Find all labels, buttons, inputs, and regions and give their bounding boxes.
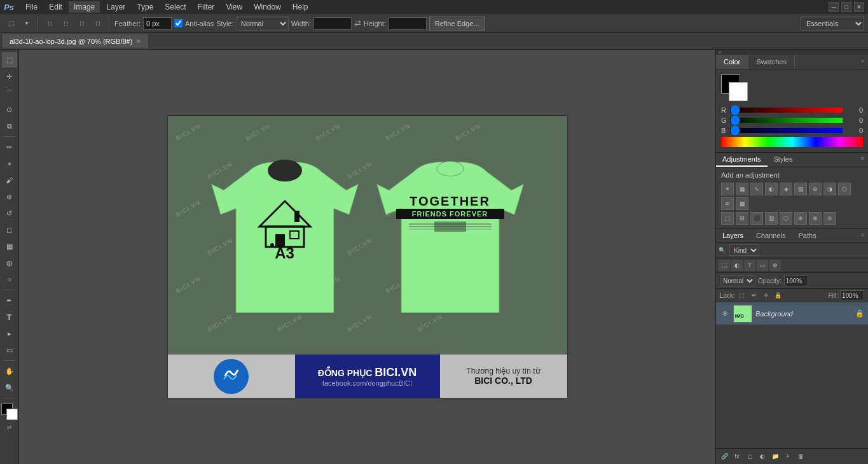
kind-select[interactable]: Kind <box>729 244 759 256</box>
close-btn[interactable]: ✕ <box>854 2 864 12</box>
workspace-select[interactable]: Essentials Design Photography <box>801 17 864 31</box>
channels-tab[interactable]: Channels <box>750 229 792 242</box>
adj-vibrance[interactable]: ◈ <box>780 183 792 195</box>
document-tab[interactable]: al3d-10-ao-lop-3d.jpg @ 70% (RGB/8#) ✕ <box>3 34 148 48</box>
adj-gradient-map[interactable]: ▥ <box>765 212 778 225</box>
menu-view[interactable]: View <box>221 1 247 13</box>
adj-selective-color[interactable]: ⬡ <box>780 212 792 225</box>
eyedropper-tool[interactable]: ✏ <box>2 139 17 155</box>
tool-mode-4[interactable]: □ <box>91 17 105 31</box>
tool-mode-2[interactable]: □ <box>59 17 73 31</box>
tool-mode-3[interactable]: □ <box>75 17 89 31</box>
adj-levels[interactable]: ▦ <box>736 183 748 195</box>
adj-invert[interactable]: ⬚ <box>721 212 734 225</box>
paths-tab[interactable]: Paths <box>792 229 823 242</box>
adj-hsl[interactable]: ▨ <box>794 183 807 195</box>
menu-file[interactable]: File <box>20 1 43 13</box>
adj-color-balance[interactable]: ⊖ <box>809 183 822 195</box>
layer-row-background[interactable]: 👁 IMG Background 🔒 <box>716 302 868 325</box>
menu-filter[interactable]: Filter <box>193 1 220 13</box>
switch-colors[interactable]: ⇄ <box>7 424 12 430</box>
layer-link-btn[interactable]: 🔗 <box>719 451 730 462</box>
crop-tool[interactable]: ⧉ <box>2 118 17 134</box>
eraser-tool[interactable]: ◻ <box>2 222 17 237</box>
fill-input[interactable] <box>840 290 864 300</box>
move-tool[interactable]: ✛ <box>2 69 17 84</box>
adj-extra2[interactable]: ⊗ <box>809 212 822 225</box>
opacity-input[interactable] <box>784 275 808 286</box>
layer-group-btn[interactable]: 📁 <box>769 451 781 462</box>
adj-posterize[interactable]: ⊟ <box>736 212 748 225</box>
g-slider[interactable] <box>730 118 843 123</box>
tab-close-btn[interactable]: ✕ <box>136 38 141 45</box>
refine-edge-btn[interactable]: Refine Edge... <box>429 17 485 31</box>
text-tool[interactable]: T <box>2 309 17 325</box>
style-select[interactable]: Normal Fixed Ratio Fixed Size <box>237 17 289 31</box>
background-color[interactable] <box>6 409 18 420</box>
menu-layer[interactable]: Layer <box>101 1 130 13</box>
quick-select-tool[interactable]: ⊙ <box>2 102 17 117</box>
marquee-tool[interactable]: ⬚ <box>2 52 17 67</box>
feather-input[interactable] <box>143 17 172 30</box>
marquee-option-btn[interactable]: ▼ <box>20 17 34 31</box>
gradient-tool[interactable]: ▦ <box>2 239 17 254</box>
adjustments-tab[interactable]: Adjustments <box>716 153 768 167</box>
lock-transparent[interactable]: ⬚ <box>737 290 747 300</box>
layer-new-btn[interactable]: + <box>782 451 794 462</box>
brush-tool[interactable]: 🖌 <box>2 172 17 188</box>
filter-adjustment[interactable]: ◐ <box>731 260 743 271</box>
clone-tool[interactable]: ⊕ <box>2 189 17 204</box>
lock-pixels[interactable]: ✏ <box>749 290 759 300</box>
color-panel-collapse[interactable]: ≡ <box>857 55 868 69</box>
menu-image[interactable]: Image <box>69 1 100 13</box>
filter-type[interactable]: T <box>744 260 755 271</box>
shape-tool[interactable]: ▭ <box>2 342 17 358</box>
antialias-checkbox[interactable] <box>174 19 183 27</box>
adj-threshold[interactable]: ⬛ <box>750 212 763 225</box>
layer-visibility-eye[interactable]: 👁 <box>720 309 730 319</box>
zoom-tool[interactable]: 🔍 <box>2 380 17 395</box>
height-input[interactable] <box>389 17 427 30</box>
minimize-btn[interactable]: ─ <box>829 2 839 12</box>
color-swatches-preview[interactable] <box>721 74 748 101</box>
styles-tab[interactable]: Styles <box>768 153 799 167</box>
blend-mode-select[interactable]: Normal Multiply Screen <box>720 275 755 286</box>
r-slider[interactable] <box>730 108 843 113</box>
lock-position[interactable]: ✛ <box>761 290 771 300</box>
background-swatch[interactable] <box>729 82 748 101</box>
menu-edit[interactable]: Edit <box>44 1 67 13</box>
adj-bw[interactable]: ◑ <box>823 183 836 195</box>
layer-adj-btn[interactable]: ◐ <box>757 451 768 462</box>
color-spectrum[interactable] <box>721 137 863 147</box>
dodge-tool[interactable]: ○ <box>2 272 17 287</box>
layer-delete-btn[interactable]: 🗑 <box>795 451 806 462</box>
adj-color-lookup[interactable]: ▩ <box>736 197 748 210</box>
lasso-tool[interactable]: ⌒ <box>2 85 17 101</box>
adj-brightness[interactable]: ☀ <box>721 183 734 195</box>
switch-icon[interactable]: ⇄ <box>7 424 12 430</box>
color-tab[interactable]: Color <box>716 55 748 69</box>
adj-extra[interactable]: ⊕ <box>794 212 807 225</box>
filter-smart[interactable]: ⊕ <box>769 260 781 271</box>
adj-panel-collapse[interactable]: ≡ <box>857 153 868 167</box>
menu-help[interactable]: Help <box>287 1 313 13</box>
fg-bg-colors[interactable] <box>1 404 18 420</box>
layer-style-btn[interactable]: fx <box>731 451 743 462</box>
hand-tool[interactable]: ✋ <box>2 363 17 379</box>
menu-select[interactable]: Select <box>160 1 191 13</box>
blur-tool[interactable]: ◍ <box>2 255 17 271</box>
filter-pixel[interactable]: ⬚ <box>719 260 730 271</box>
adj-photo-filter[interactable]: ⬡ <box>838 183 851 195</box>
b-slider[interactable] <box>730 128 843 133</box>
path-select-tool[interactable]: ▸ <box>2 326 17 341</box>
adj-exposure[interactable]: ◐ <box>765 183 778 195</box>
swap-icon[interactable]: ⇄ <box>354 18 361 28</box>
adj-curves[interactable]: ∿ <box>750 183 763 195</box>
width-input[interactable] <box>313 17 352 30</box>
menu-window[interactable]: Window <box>249 1 286 13</box>
adj-extra3[interactable]: ⊘ <box>823 212 836 225</box>
adj-channel-mixer[interactable]: ≋ <box>721 197 734 210</box>
pen-tool[interactable]: ✒ <box>2 293 17 308</box>
lock-all[interactable]: 🔒 <box>773 290 783 300</box>
layer-mask-btn[interactable]: ◻ <box>744 451 755 462</box>
